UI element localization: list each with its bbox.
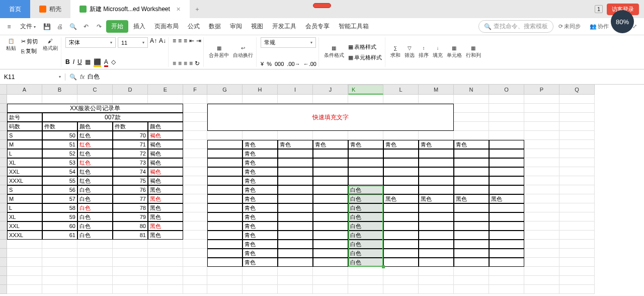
- cell-F6[interactable]: [183, 140, 207, 149]
- underline-button[interactable]: U: [77, 58, 82, 67]
- cell-O10[interactable]: [489, 176, 524, 185]
- menu-会员专享[interactable]: 会员专享: [301, 20, 334, 33]
- cell-I8[interactable]: [278, 158, 313, 167]
- cell-Q17[interactable]: [559, 240, 595, 249]
- cell-E7[interactable]: 褐色: [148, 149, 183, 158]
- cell-C16[interactable]: 白色: [77, 231, 113, 240]
- cell-I21[interactable]: [278, 276, 313, 285]
- cell-Q20[interactable]: [559, 267, 595, 276]
- file-menu[interactable]: 文件 ▾: [16, 20, 40, 33]
- cell-P18[interactable]: [524, 249, 559, 258]
- row-header-3[interactable]: [0, 113, 7, 122]
- cell-Q13[interactable]: [559, 203, 595, 212]
- menu-数据[interactable]: 数据: [205, 20, 225, 33]
- cell-G6[interactable]: [207, 140, 243, 149]
- cell-Q1[interactable]: [559, 95, 595, 104]
- sort-button[interactable]: ↕排序: [418, 44, 430, 60]
- cell-B19[interactable]: [42, 258, 77, 267]
- col-header-K[interactable]: K: [348, 85, 383, 95]
- cell-E16[interactable]: 黑色: [148, 231, 183, 240]
- cell-O8[interactable]: [489, 158, 524, 167]
- cell-K14[interactable]: 白色: [348, 212, 383, 221]
- cell-E22[interactable]: [148, 285, 183, 294]
- increase-decimal-icon[interactable]: .00→: [287, 61, 300, 67]
- cell-N6[interactable]: 青色: [454, 140, 489, 149]
- cell-O1[interactable]: [489, 95, 524, 104]
- col-header-N[interactable]: N: [454, 85, 489, 95]
- cell-I22[interactable]: [278, 285, 313, 294]
- cell-G21[interactable]: [207, 276, 243, 285]
- cell-A13[interactable]: L: [7, 203, 42, 212]
- cell-G7[interactable]: [207, 149, 243, 158]
- cell-N3[interactable]: [454, 113, 489, 122]
- font-color-button[interactable]: A: [104, 58, 108, 67]
- cell-Q5[interactable]: [559, 131, 595, 140]
- cell-P22[interactable]: [524, 285, 559, 294]
- cell-O7[interactable]: [489, 149, 524, 158]
- cell-D7[interactable]: 72: [113, 149, 148, 158]
- cell-K22[interactable]: [348, 285, 383, 294]
- cell-O4[interactable]: [489, 122, 524, 131]
- cell-P10[interactable]: [524, 176, 559, 185]
- cell-A14[interactable]: XL: [7, 212, 42, 221]
- cell-C9[interactable]: 红色: [77, 167, 113, 176]
- cell-L12[interactable]: 黑色: [383, 194, 419, 203]
- cell-L21[interactable]: [383, 276, 419, 285]
- cell-F18[interactable]: [183, 249, 207, 258]
- col-header-P[interactable]: P: [524, 85, 559, 95]
- cell-M9[interactable]: [419, 167, 454, 176]
- cell-B6[interactable]: 51: [42, 140, 77, 149]
- tab-home[interactable]: 首页: [0, 0, 30, 18]
- cell-M7[interactable]: [419, 149, 454, 158]
- cell-P15[interactable]: [524, 221, 559, 231]
- cell-L20[interactable]: [383, 267, 419, 276]
- cell-D10[interactable]: 75: [113, 176, 148, 185]
- cell-N8[interactable]: [454, 158, 489, 167]
- copy-button[interactable]: ⎘ 复制: [20, 47, 39, 55]
- cell-M10[interactable]: [419, 176, 454, 185]
- menu-视图[interactable]: 视图: [247, 20, 267, 33]
- cell-P1[interactable]: [524, 95, 559, 104]
- cell-G14[interactable]: [207, 212, 243, 221]
- cell-F14[interactable]: [183, 212, 207, 221]
- cell-N14[interactable]: [454, 212, 489, 221]
- cell-N9[interactable]: [454, 167, 489, 176]
- row-header-9[interactable]: [0, 167, 7, 176]
- redo-icon[interactable]: ↷: [93, 21, 105, 33]
- tab-dao-ke[interactable]: 稻壳: [30, 0, 70, 18]
- row-header-15[interactable]: [0, 221, 7, 231]
- cell-E18[interactable]: [148, 249, 183, 258]
- cell-O13[interactable]: [489, 203, 524, 212]
- cell-P9[interactable]: [524, 167, 559, 176]
- cell-E11[interactable]: 黑色: [148, 185, 183, 194]
- cell-O20[interactable]: [489, 267, 524, 276]
- cell-F2[interactable]: [183, 104, 207, 113]
- cell-M5[interactable]: [419, 131, 454, 140]
- cell-J21[interactable]: [313, 276, 348, 285]
- cell-D17[interactable]: [113, 240, 148, 249]
- cell-A20[interactable]: [7, 267, 42, 276]
- sum-button[interactable]: ∑求和: [389, 44, 401, 60]
- cell-B22[interactable]: [42, 285, 77, 294]
- cell-D16[interactable]: 81: [113, 231, 148, 240]
- cell-L19[interactable]: [383, 258, 419, 267]
- cell-H22[interactable]: [243, 285, 278, 294]
- cell-C20[interactable]: [77, 267, 113, 276]
- cell-H13[interactable]: 青色: [243, 203, 278, 212]
- undo-icon[interactable]: ↶: [80, 21, 92, 33]
- cell-F5[interactable]: [183, 131, 207, 140]
- cell-D11[interactable]: 76: [113, 185, 148, 194]
- cell-G1[interactable]: [207, 95, 243, 104]
- cell-D9[interactable]: 74: [113, 167, 148, 176]
- cell-E8[interactable]: 褐色: [148, 158, 183, 167]
- cell-J15[interactable]: [313, 221, 348, 231]
- cell-H6[interactable]: 青色: [243, 140, 278, 149]
- menu-开始[interactable]: 开始: [106, 20, 128, 33]
- cell-A22[interactable]: [7, 285, 42, 294]
- cell-H9[interactable]: 青色: [243, 167, 278, 176]
- quick-fill-title[interactable]: 快速填充文字: [207, 104, 454, 131]
- fill-color-button[interactable]: ⬛: [94, 58, 101, 67]
- cell-D19[interactable]: [113, 258, 148, 267]
- cell-B9[interactable]: 54: [42, 167, 77, 176]
- cell-J18[interactable]: [313, 249, 348, 258]
